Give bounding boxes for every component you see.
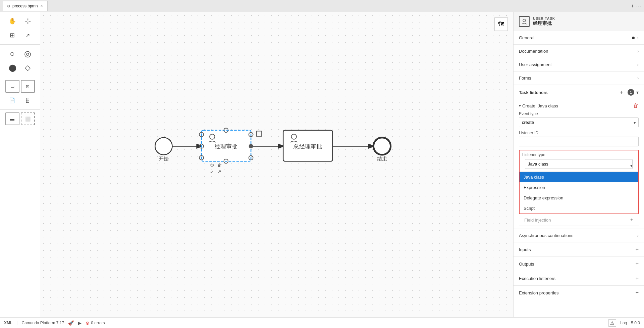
canvas-svg: 开始 经理审批 ⚙ 🗑 ↙ ↗ (40, 12, 513, 317)
event-type-label: Event type (519, 111, 639, 116)
execution-listeners-label: Execution listeners (519, 276, 636, 281)
field-injection-section: Field injection + (519, 214, 639, 226)
tool-row-6: 📄 🗄 (5, 94, 35, 107)
file-tab[interactable]: ⚙ process.bpmn × (3, 1, 48, 11)
outputs-section[interactable]: Outputs + (514, 257, 644, 271)
listener-type-option-expression[interactable]: Expression (520, 182, 638, 193)
listener-type-select[interactable]: Java class Expression Delegate expressio… (525, 159, 633, 169)
start-event-tool[interactable]: ○ (5, 47, 19, 60)
listener-item: ▾ Create: Java class 🗑 Event type create… (514, 100, 644, 229)
space-tool[interactable]: ⊞ (5, 29, 19, 42)
add-tab-button[interactable]: + (631, 3, 634, 9)
bottom-bar: XML | Camunda Platform 7.17 🚀 ▶ ⊗ 0 erro… (0, 317, 644, 328)
task-listeners-badge: 1 (628, 89, 634, 96)
toolbar-divider-3 (0, 109, 40, 110)
listener-type-label: Listener type (520, 150, 638, 158)
end-event-tool[interactable]: ⬤ (5, 61, 19, 74)
field-injection-add-button[interactable]: + (630, 217, 633, 223)
listener-expand-icon[interactable]: ▾ (519, 103, 521, 108)
more-tabs-button[interactable]: ⋯ (636, 3, 641, 9)
toolbar-divider-2 (0, 77, 40, 77)
event-type-field: Event type create assignment complete de… (519, 111, 639, 127)
user-assignment-chevron: › (637, 62, 639, 67)
subprocess-tool[interactable]: ⊡ (21, 80, 35, 93)
data-object-tool[interactable]: 📄 (5, 94, 19, 107)
listener-type-dropdown-list: Java class Expression Delegate expressio… (520, 172, 638, 214)
execution-listeners-add-button[interactable]: + (636, 275, 639, 281)
extension-properties-section[interactable]: Extension properties + (514, 286, 644, 300)
platform-label: Camunda Platform 7.17 (21, 321, 64, 325)
documentation-section[interactable]: Documentation › (514, 45, 644, 58)
alert-icon[interactable]: ⚠ (608, 319, 616, 327)
forms-label: Forms (519, 76, 637, 81)
listener-type-option-delegate-expression[interactable]: Delegate expression (520, 193, 638, 203)
data-store-tool[interactable]: 🗄 (21, 94, 35, 107)
listener-type-option-script[interactable]: Script (520, 203, 638, 214)
field-injection-label: Field injection (524, 218, 630, 223)
panel-content[interactable]: General › Documentation › User assignmen… (514, 31, 644, 317)
svg-point-13 (249, 144, 253, 148)
tool-row-4: ⬤ ◇ (5, 61, 35, 74)
event-type-select-wrapper: create assignment complete delete timeou… (519, 118, 639, 127)
tool-row-2: ⊞ ↗ (5, 29, 35, 42)
lasso-tool[interactable]: ⊹ (21, 15, 35, 28)
forms-section[interactable]: Forms › (514, 72, 644, 85)
version-label: 5.0.0 (631, 321, 640, 325)
tab-close-button[interactable]: × (40, 4, 43, 8)
outputs-label: Outputs (519, 262, 636, 267)
task-name-label: 经理审批 (533, 20, 555, 27)
task-listeners-header: Task listeners + 1 ▾ (514, 85, 644, 100)
execution-listeners-section[interactable]: Execution listeners + (514, 271, 644, 286)
gateway-tool[interactable]: ◇ (21, 61, 35, 74)
svg-text:总经理审批: 总经理审批 (293, 143, 322, 150)
general-section[interactable]: General › (514, 31, 644, 45)
listener-type-option-java-class[interactable]: Java class (520, 172, 638, 182)
forms-chevron: › (637, 76, 639, 81)
general-chevron: › (637, 36, 639, 40)
error-count: 0 errors (91, 321, 105, 325)
svg-point-3 (155, 138, 172, 155)
inputs-add-button[interactable]: + (636, 246, 639, 252)
event-type-select[interactable]: create assignment complete delete timeou… (519, 118, 639, 127)
svg-text:↗: ↗ (217, 169, 221, 174)
async-continuations-section[interactable]: Asynchronous continuations › (514, 229, 644, 242)
svg-point-26 (523, 19, 526, 22)
deploy-icon[interactable]: 🚀 (68, 320, 74, 326)
error-indicator: ⊗ 0 errors (86, 320, 105, 326)
svg-text:结束: 结束 (377, 156, 387, 161)
format-label: XML (4, 321, 12, 325)
panel-header: USER TASK 经理审批 (514, 12, 644, 31)
listener-type-dropdown-container: Listener type Java class Expression Dele… (519, 150, 639, 214)
hand-tool[interactable]: ✋ (5, 15, 19, 28)
toolbar: ✋ ⊹ ⊞ ↗ ○ ◎ ⬤ ◇ ▭ ⊡ 📄 🗄 ▬ ⬜ (0, 12, 40, 317)
extension-properties-add-button[interactable]: + (636, 290, 639, 296)
task-listeners-add-button[interactable]: + (620, 89, 623, 95)
task-tool[interactable]: ▭ (5, 80, 19, 93)
play-button[interactable]: ▶ (78, 320, 82, 326)
task-type-icon (519, 16, 530, 27)
pool-tool[interactable]: ▬ (5, 112, 19, 125)
tool-row-1: ✋ ⊹ (5, 15, 35, 28)
group-tool[interactable]: ⬜ (21, 112, 35, 125)
file-icon: ⚙ (7, 4, 10, 8)
listener-title-label: Create: Java class (522, 103, 632, 108)
error-icon: ⊗ (86, 320, 90, 326)
general-dot (632, 37, 635, 39)
svg-text:🗑: 🗑 (217, 162, 222, 168)
tool-row-7: ▬ ⬜ (5, 112, 35, 125)
listener-delete-button[interactable]: 🗑 (633, 103, 639, 109)
listener-id-label: Listener ID (519, 131, 639, 135)
log-button[interactable]: Log (620, 321, 627, 325)
intermediate-event-tool[interactable]: ◎ (21, 47, 35, 60)
svg-text:开始: 开始 (159, 156, 169, 161)
inputs-label: Inputs (519, 247, 636, 252)
inputs-section[interactable]: Inputs + (514, 242, 644, 257)
listener-id-input[interactable] (519, 137, 639, 146)
outputs-add-button[interactable]: + (636, 261, 639, 267)
map-button[interactable]: 🗺 (494, 17, 508, 31)
task-listeners-chevron[interactable]: ▾ (636, 90, 639, 95)
svg-rect-15 (257, 131, 262, 136)
canvas[interactable]: 开始 经理审批 ⚙ 🗑 ↙ ↗ (40, 12, 513, 317)
connect-tool[interactable]: ↗ (21, 29, 35, 42)
user-assignment-section[interactable]: User assignment › (514, 58, 644, 72)
